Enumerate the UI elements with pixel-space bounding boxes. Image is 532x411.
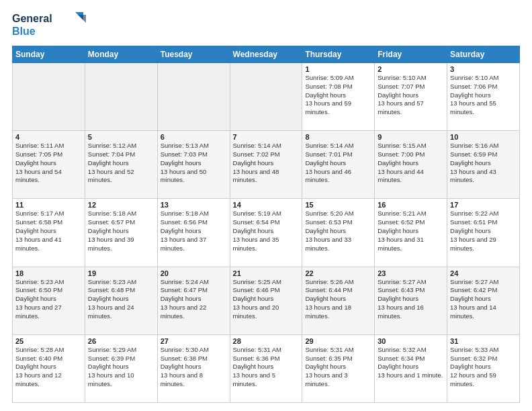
day-cell: 4Sunrise: 5:11 AMSunset: 7:05 PMDaylight…	[13, 131, 85, 199]
day-number: 14	[233, 201, 300, 209]
day-number: 2	[378, 65, 444, 73]
calendar-page: General Blue SundayMondayTuesdayWednesda…	[0, 0, 532, 411]
day-number: 5	[88, 133, 154, 141]
day-number: 22	[305, 269, 371, 277]
day-number: 21	[233, 269, 300, 277]
day-cell: 21Sunrise: 5:25 AMSunset: 6:46 PMDayligh…	[230, 267, 302, 334]
week-row-1: 1Sunrise: 5:09 AMSunset: 7:08 PMDaylight…	[13, 63, 520, 131]
day-cell	[85, 63, 157, 131]
day-cell: 2Sunrise: 5:10 AMSunset: 7:07 PMDaylight…	[375, 63, 447, 131]
day-number: 12	[88, 201, 154, 209]
week-row-2: 4Sunrise: 5:11 AMSunset: 7:05 PMDaylight…	[13, 131, 520, 199]
day-number: 20	[161, 269, 227, 277]
day-cell	[13, 63, 85, 131]
day-cell: 29Sunrise: 5:31 AMSunset: 6:35 PMDayligh…	[302, 334, 375, 402]
day-number: 30	[378, 337, 444, 345]
day-number: 16	[378, 201, 444, 209]
day-number: 28	[233, 337, 300, 345]
day-cell: 11Sunrise: 5:17 AMSunset: 6:58 PMDayligh…	[13, 199, 85, 267]
day-number: 17	[450, 201, 517, 209]
day-number: 10	[450, 133, 517, 141]
day-cell: 13Sunrise: 5:18 AMSunset: 6:56 PMDayligh…	[157, 199, 230, 267]
day-cell: 22Sunrise: 5:26 AMSunset: 6:44 PMDayligh…	[302, 267, 375, 334]
day-cell: 17Sunrise: 5:22 AMSunset: 6:51 PMDayligh…	[447, 199, 520, 267]
logo-svg: General Blue	[12, 11, 86, 39]
day-cell: 31Sunrise: 5:33 AMSunset: 6:32 PMDayligh…	[447, 334, 520, 402]
weekday-header-sunday: Sunday	[13, 46, 85, 63]
weekday-header-saturday: Saturday	[447, 46, 520, 63]
day-cell: 28Sunrise: 5:31 AMSunset: 6:36 PMDayligh…	[230, 334, 302, 402]
day-cell: 10Sunrise: 5:16 AMSunset: 6:59 PMDayligh…	[447, 131, 520, 199]
day-number: 6	[161, 133, 227, 141]
day-cell	[157, 63, 230, 131]
weekday-header-row: SundayMondayTuesdayWednesdayThursdayFrid…	[13, 46, 520, 63]
day-cell: 20Sunrise: 5:24 AMSunset: 6:47 PMDayligh…	[157, 267, 230, 334]
day-number: 4	[15, 133, 82, 141]
day-number: 29	[305, 337, 371, 345]
week-row-5: 25Sunrise: 5:28 AMSunset: 6:40 PMDayligh…	[13, 334, 520, 402]
day-number: 25	[15, 337, 82, 345]
weekday-header-tuesday: Tuesday	[157, 46, 230, 63]
day-cell: 5Sunrise: 5:12 AMSunset: 7:04 PMDaylight…	[85, 131, 157, 199]
day-cell: 23Sunrise: 5:27 AMSunset: 6:43 PMDayligh…	[375, 267, 447, 334]
day-cell: 7Sunrise: 5:14 AMSunset: 7:02 PMDaylight…	[230, 131, 302, 199]
day-number: 19	[88, 269, 154, 277]
day-number: 23	[378, 269, 444, 277]
week-row-4: 18Sunrise: 5:23 AMSunset: 6:50 PMDayligh…	[13, 267, 520, 334]
day-cell: 15Sunrise: 5:20 AMSunset: 6:53 PMDayligh…	[302, 199, 375, 267]
weekday-header-monday: Monday	[85, 46, 157, 63]
day-number: 24	[450, 269, 517, 277]
day-cell: 18Sunrise: 5:23 AMSunset: 6:50 PMDayligh…	[13, 267, 85, 334]
day-cell: 12Sunrise: 5:18 AMSunset: 6:57 PMDayligh…	[85, 199, 157, 267]
day-number: 31	[450, 337, 517, 345]
day-number: 18	[15, 269, 82, 277]
day-cell: 19Sunrise: 5:23 AMSunset: 6:48 PMDayligh…	[85, 267, 157, 334]
day-cell: 3Sunrise: 5:10 AMSunset: 7:06 PMDaylight…	[447, 63, 520, 131]
calendar-table: SundayMondayTuesdayWednesdayThursdayFrid…	[12, 46, 520, 403]
day-cell: 8Sunrise: 5:14 AMSunset: 7:01 PMDaylight…	[302, 131, 375, 199]
day-cell: 14Sunrise: 5:19 AMSunset: 6:54 PMDayligh…	[230, 199, 302, 267]
day-number: 26	[88, 337, 154, 345]
logo: General Blue	[12, 11, 86, 39]
day-cell: 1Sunrise: 5:09 AMSunset: 7:08 PMDaylight…	[302, 63, 375, 131]
svg-text:Blue: Blue	[12, 26, 36, 37]
day-number: 13	[161, 201, 227, 209]
weekday-header-thursday: Thursday	[302, 46, 375, 63]
day-number: 3	[450, 65, 517, 73]
week-row-3: 11Sunrise: 5:17 AMSunset: 6:58 PMDayligh…	[13, 199, 520, 267]
day-number: 11	[15, 201, 82, 209]
day-cell: 16Sunrise: 5:21 AMSunset: 6:52 PMDayligh…	[375, 199, 447, 267]
day-number: 1	[305, 65, 371, 73]
weekday-header-friday: Friday	[375, 46, 447, 63]
weekday-header-wednesday: Wednesday	[230, 46, 302, 63]
day-cell: 6Sunrise: 5:13 AMSunset: 7:03 PMDaylight…	[157, 131, 230, 199]
header: General Blue	[12, 11, 520, 39]
svg-text:General: General	[12, 13, 52, 24]
day-cell: 9Sunrise: 5:15 AMSunset: 7:00 PMDaylight…	[375, 131, 447, 199]
day-cell: 24Sunrise: 5:27 AMSunset: 6:42 PMDayligh…	[447, 267, 520, 334]
day-cell: 30Sunrise: 5:32 AMSunset: 6:34 PMDayligh…	[375, 334, 447, 402]
svg-marker-3	[78, 15, 86, 23]
day-number: 27	[161, 337, 227, 345]
day-cell: 27Sunrise: 5:30 AMSunset: 6:38 PMDayligh…	[157, 334, 230, 402]
day-cell: 26Sunrise: 5:29 AMSunset: 6:39 PMDayligh…	[85, 334, 157, 402]
day-cell: 25Sunrise: 5:28 AMSunset: 6:40 PMDayligh…	[13, 334, 85, 402]
day-number: 15	[305, 201, 371, 209]
day-number: 9	[378, 133, 444, 141]
day-cell	[230, 63, 302, 131]
day-number: 8	[305, 133, 371, 141]
day-number: 7	[233, 133, 300, 141]
